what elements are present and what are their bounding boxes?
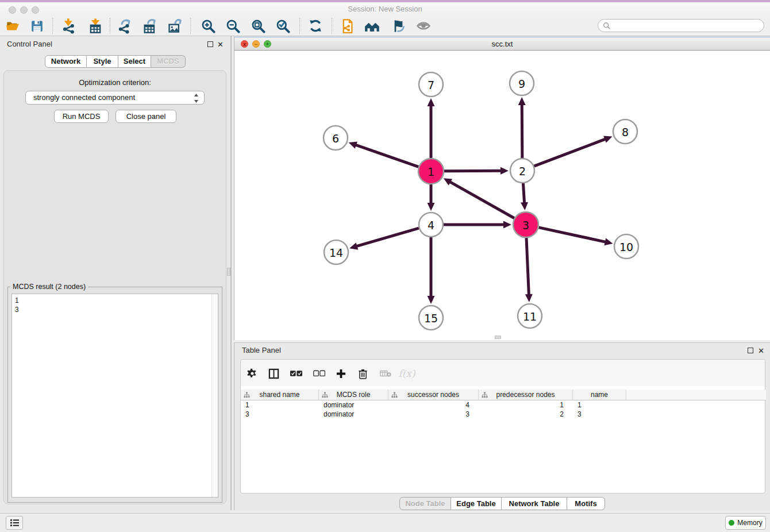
gear-icon	[247, 368, 258, 379]
graph-edge-1-4[interactable]	[428, 184, 435, 211]
table-header-row: shared nameMCDS rolesuccessor nodesprede…	[241, 390, 626, 400]
eye-button[interactable]	[414, 16, 433, 36]
vertical-splitter-handle[interactable]	[227, 268, 230, 276]
float-table-panel-icon[interactable]	[748, 348, 753, 353]
select-all-icon	[290, 370, 302, 377]
graph-node-2[interactable]: 2	[510, 159, 534, 183]
export-network-button[interactable]	[116, 16, 135, 36]
graph-edge-1-2[interactable]	[444, 167, 509, 175]
run-mcds-button[interactable]: Run MCDS	[54, 110, 109, 123]
graph-node-14[interactable]: 14	[324, 240, 348, 264]
task-history-button[interactable]	[6, 516, 23, 530]
graph-node-9[interactable]: 9	[510, 71, 534, 95]
export-table-button[interactable]	[140, 16, 160, 36]
create-column-button[interactable]	[333, 365, 349, 381]
deselect-all-button[interactable]	[311, 365, 327, 381]
close-panel-button[interactable]: Close panel	[116, 110, 176, 123]
search-input[interactable]	[611, 20, 764, 32]
graph-edge-3-10[interactable]	[538, 228, 613, 245]
column-header-shared-name[interactable]: shared name	[241, 390, 319, 400]
open-session-button[interactable]	[3, 16, 22, 36]
graph-node-1[interactable]: 1	[418, 159, 444, 184]
graph-edge-3-1[interactable]	[444, 178, 514, 218]
home-apps-button[interactable]	[363, 16, 382, 36]
graph-edge-4-15[interactable]	[428, 237, 435, 304]
graph-node-15[interactable]: 15	[419, 306, 443, 330]
table-settings-button[interactable]	[244, 365, 260, 381]
graph-edge-1-7[interactable]	[428, 98, 435, 158]
graph-node-label: 1	[428, 165, 434, 178]
graph-node-label: 3	[522, 219, 529, 232]
zoom-out-button[interactable]	[223, 16, 242, 36]
graph-node-8[interactable]: 8	[613, 119, 637, 144]
table-row[interactable]: 1dominator411	[241, 400, 626, 410]
table-row[interactable]: 3dominator323	[241, 410, 626, 419]
close-panel-icon[interactable]: ✕	[217, 41, 224, 48]
table-cell[interactable]: 1	[573, 400, 626, 410]
table-cell[interactable]: dominator	[319, 410, 388, 419]
control-panel-header: Control Panel ✕	[0, 36, 230, 52]
zoom-selected-button[interactable]	[273, 16, 292, 36]
close-table-panel-icon[interactable]: ✕	[758, 348, 764, 354]
memory-button[interactable]: Memory	[725, 516, 766, 530]
search-field[interactable]	[598, 19, 764, 32]
optimization-criterion-select[interactable]: strongly connected component	[25, 91, 205, 105]
zoom-in-button[interactable]	[198, 16, 218, 36]
horizontal-splitter-handle[interactable]	[495, 336, 501, 339]
column-header-MCDS-role[interactable]: MCDS role	[319, 390, 388, 400]
table-header-filler	[626, 390, 766, 400]
tab-network[interactable]: Network	[45, 55, 87, 68]
table-cell[interactable]: 4	[388, 400, 479, 410]
table-cell[interactable]: 3	[388, 410, 479, 419]
column-header-name[interactable]: name	[573, 390, 626, 400]
table-cell[interactable]: 1	[479, 400, 573, 410]
tab-network-table[interactable]: Network Table	[502, 497, 567, 510]
table-cell[interactable]: dominator	[319, 400, 388, 410]
column-layout-button[interactable]	[265, 365, 282, 381]
table-cell[interactable]: 3	[241, 410, 319, 419]
graph-node-label: 9	[518, 78, 525, 90]
tab-select[interactable]: Select	[118, 55, 151, 68]
float-panel-icon[interactable]	[207, 41, 213, 47]
graph-edge-4-3[interactable]	[444, 221, 511, 229]
graph-node-4[interactable]: 4	[419, 213, 443, 237]
graph-node-11[interactable]: 11	[518, 304, 542, 328]
graph-edge-4-14[interactable]	[349, 228, 419, 249]
select-all-button[interactable]	[288, 365, 304, 381]
network-canvas[interactable]: 7968124314101511	[234, 51, 770, 340]
column-header-predecessor-nodes[interactable]: predecessor nodes	[479, 390, 573, 400]
flag-swoosh-button[interactable]	[388, 16, 407, 36]
delete-table-button[interactable]	[378, 365, 394, 381]
tab-mcds[interactable]: MCDS	[151, 55, 186, 68]
graph-node-6[interactable]: 6	[324, 126, 348, 150]
import-table-button[interactable]	[86, 16, 105, 36]
graph-edge-1-6[interactable]	[349, 141, 419, 167]
graph-node-3[interactable]: 3	[513, 212, 538, 237]
mcds-result-text[interactable]: 1 3	[11, 294, 218, 498]
import-network-button[interactable]	[59, 16, 79, 36]
save-session-button[interactable]	[27, 16, 47, 36]
vertical-splitter[interactable]	[230, 36, 232, 510]
graph-node-10[interactable]: 10	[614, 234, 638, 259]
tab-motifs[interactable]: Motifs	[567, 497, 605, 510]
graph-edge-2-9[interactable]	[518, 97, 526, 158]
tab-style[interactable]: Style	[87, 55, 118, 68]
tab-edge-table[interactable]: Edge Table	[451, 497, 502, 510]
graph-node-7[interactable]: 7	[419, 72, 443, 97]
column-header-successor-nodes[interactable]: successor nodes	[388, 390, 479, 400]
delete-column-button[interactable]	[355, 365, 371, 381]
function-builder-button[interactable]: f(x)	[397, 365, 417, 381]
tab-node-table[interactable]: Node Table	[399, 497, 451, 510]
graph-edge-2-3[interactable]	[521, 183, 528, 210]
graph-edge-2-8[interactable]	[534, 136, 613, 166]
table-cell[interactable]: 2	[479, 410, 573, 419]
refresh-button[interactable]	[306, 16, 325, 36]
zoom-fit-button[interactable]	[248, 16, 268, 36]
result-scrollbar[interactable]	[211, 294, 218, 497]
table-cell[interactable]: 1	[241, 400, 319, 410]
network-from-selection-button[interactable]	[337, 16, 357, 36]
network-window: x – + scc.txt 7968124314101511	[234, 37, 770, 340]
table-cell[interactable]: 3	[573, 410, 626, 419]
graph-edge-3-11[interactable]	[525, 238, 533, 302]
export-image-button[interactable]	[165, 16, 185, 36]
